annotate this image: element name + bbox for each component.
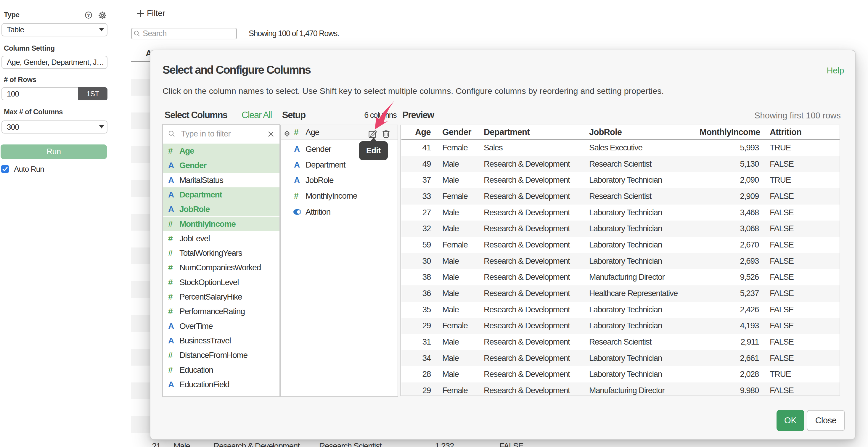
svg-text:?: ? (87, 13, 90, 18)
